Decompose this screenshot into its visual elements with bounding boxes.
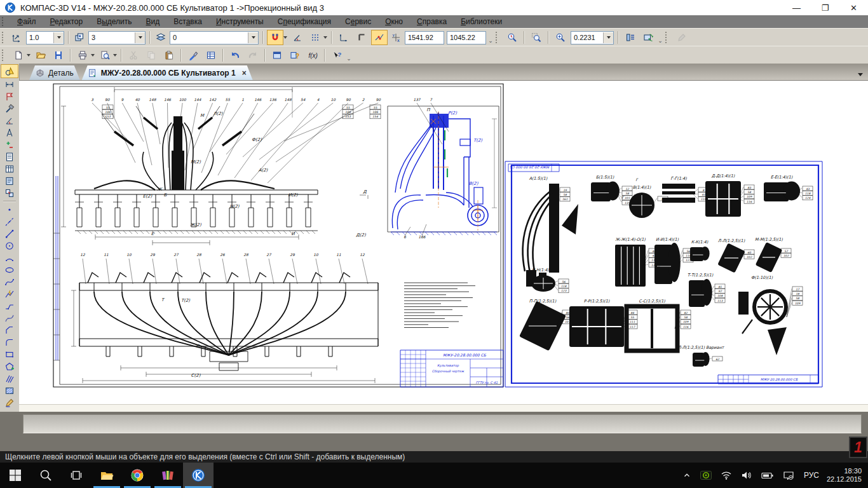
toolbar-drag-handle[interactable]	[2, 50, 6, 61]
collect-contour-tool-button[interactable]	[1, 361, 18, 372]
toolbar-drag-handle[interactable]	[496, 32, 500, 43]
coordinate-y-field[interactable]: 1045.22	[447, 31, 486, 44]
spline-tool-button[interactable]	[1, 276, 18, 288]
wifi-icon[interactable]	[721, 471, 732, 480]
tray-chevron-icon[interactable]	[682, 471, 691, 480]
search-button[interactable]	[31, 463, 61, 488]
menu-item-7[interactable]: Спецификация	[271, 17, 338, 26]
drawing-canvas[interactable]: 3909401481461001441425511461361485441090…	[19, 81, 868, 405]
toolbar-overflow-icon[interactable]: ⌄	[487, 31, 494, 44]
zoom-previous-button[interactable]	[504, 30, 520, 45]
hatch-tool-button[interactable]	[1, 373, 18, 384]
designations-tool-button[interactable]	[1, 91, 18, 102]
property-message-bar[interactable]	[23, 414, 862, 433]
menu-item-5[interactable]: Вставка	[166, 17, 209, 26]
toolbar-drag-handle[interactable]	[665, 32, 670, 43]
chamfer-tool-button[interactable]	[1, 325, 18, 336]
drawing-area[interactable]: 3909401481461001441425511461361485441090…	[19, 80, 868, 405]
chrome-button[interactable]	[122, 463, 153, 488]
menu-item-2[interactable]: Редактор	[43, 17, 90, 26]
layer-combo[interactable]: 0	[170, 31, 259, 44]
menu-item-8[interactable]: Сервис	[338, 17, 378, 26]
clock[interactable]: 18:30 22.12.2015	[827, 467, 862, 484]
new-window-button[interactable]	[269, 48, 285, 63]
undo-button[interactable]	[227, 48, 243, 63]
volume-icon[interactable]	[741, 471, 752, 480]
toolbar-overflow-icon[interactable]: ⌄	[346, 49, 352, 62]
menu-item-3[interactable]: Выделить	[90, 17, 139, 26]
zoom-area-button[interactable]	[528, 30, 545, 45]
document-layout-button[interactable]	[622, 30, 639, 45]
winrar-button[interactable]	[153, 463, 183, 488]
open-button[interactable]	[32, 48, 49, 63]
coordinate-x-field[interactable]: 1541.92	[405, 31, 444, 44]
document-tab-2[interactable]: МЖУ-20.28.00.000 СБ Культиватор 1×	[82, 65, 253, 80]
rectangle-tool-button[interactable]	[1, 349, 18, 360]
variables-button[interactable]: ?	[287, 48, 303, 63]
zoom-level-combo[interactable]: 0.2231	[571, 31, 614, 44]
measurement-tool-button[interactable]	[1, 127, 18, 139]
print-button[interactable]	[74, 48, 91, 63]
menu-item-1[interactable]: Файл	[10, 17, 43, 26]
insert-view-tool-button[interactable]	[1, 175, 18, 187]
dimensions-tool-button[interactable]	[1, 79, 18, 90]
start-button[interactable]	[0, 463, 31, 488]
language-indicator[interactable]: РУС	[804, 471, 819, 480]
segment-tool-button[interactable]	[1, 228, 18, 240]
functions-button[interactable]: f(x)	[304, 48, 321, 63]
auxiliary-line-tool-button[interactable]	[1, 216, 18, 227]
save-button[interactable]	[50, 48, 67, 63]
tab-list-dropdown-icon[interactable]	[858, 73, 863, 76]
associative-views-tool-button[interactable]	[1, 187, 18, 199]
print-preview-button[interactable]	[97, 48, 113, 63]
close-button[interactable]: ✕	[839, 0, 868, 15]
menu-item-4[interactable]: Вид	[139, 17, 167, 26]
layer-combo-arrow[interactable]	[248, 32, 258, 43]
parameterization-tool-button[interactable]	[1, 115, 18, 126]
properties-button[interactable]	[203, 48, 219, 63]
selection-tool-button[interactable]	[1, 139, 18, 151]
toolbar-drag-handle[interactable]	[2, 32, 6, 43]
ellipse-tool-button[interactable]	[1, 264, 18, 276]
document-tab-1[interactable]: Деталь	[29, 65, 80, 80]
action-center-icon[interactable]	[783, 471, 794, 480]
cut-button[interactable]	[125, 48, 142, 63]
fillet-tool-button[interactable]	[1, 337, 18, 348]
ortho-drawing-button[interactable]	[353, 30, 370, 45]
paste-button[interactable]	[161, 48, 177, 63]
styles-button[interactable]	[674, 30, 690, 45]
tab-close-icon[interactable]: ×	[242, 69, 247, 78]
nvidia-tray-icon[interactable]	[700, 471, 712, 480]
scale-combo-arrow[interactable]	[53, 32, 64, 43]
desktop-counter-badge[interactable]: 1	[849, 437, 867, 458]
context-help-button[interactable]: ?	[329, 48, 345, 63]
file-explorer-button[interactable]	[92, 463, 122, 488]
arc-tool-button[interactable]	[1, 252, 18, 264]
angle-snap-button[interactable]	[289, 30, 306, 45]
line-style-tool-button[interactable]	[1, 397, 18, 409]
snaps-toggle-button[interactable]	[267, 30, 283, 45]
editing-tool-button[interactable]	[1, 103, 18, 114]
scale-combo[interactable]: 1.0	[26, 31, 64, 44]
snap-lines-button[interactable]	[371, 30, 388, 45]
view-number-combo[interactable]: 3	[88, 31, 146, 44]
circle-tool-button[interactable]	[1, 240, 18, 252]
menubar-drag-handle[interactable]	[2, 17, 6, 26]
geometry-tool-button[interactable]	[1, 64, 18, 78]
specification-tool-button[interactable]	[1, 151, 18, 163]
restore-button[interactable]: ❐	[811, 0, 839, 15]
view-number-combo-arrow[interactable]	[135, 32, 145, 43]
copy-properties-button[interactable]	[185, 48, 201, 63]
menu-item-11[interactable]: Библиотеки	[454, 17, 509, 26]
new-document-button[interactable]	[10, 48, 27, 63]
bezier-curve-tool-button[interactable]	[1, 313, 18, 324]
zoom-level-combo-arrow[interactable]	[603, 32, 613, 43]
reports-tool-button[interactable]	[1, 163, 18, 175]
battery-icon[interactable]	[761, 471, 774, 480]
polyline-tool-button[interactable]	[1, 288, 18, 300]
minimize-button[interactable]: —	[782, 0, 811, 15]
local-cs-button[interactable]	[336, 30, 352, 45]
copy-button[interactable]	[143, 48, 159, 63]
grid-button[interactable]	[307, 30, 323, 45]
refresh-image-button[interactable]	[640, 30, 656, 45]
